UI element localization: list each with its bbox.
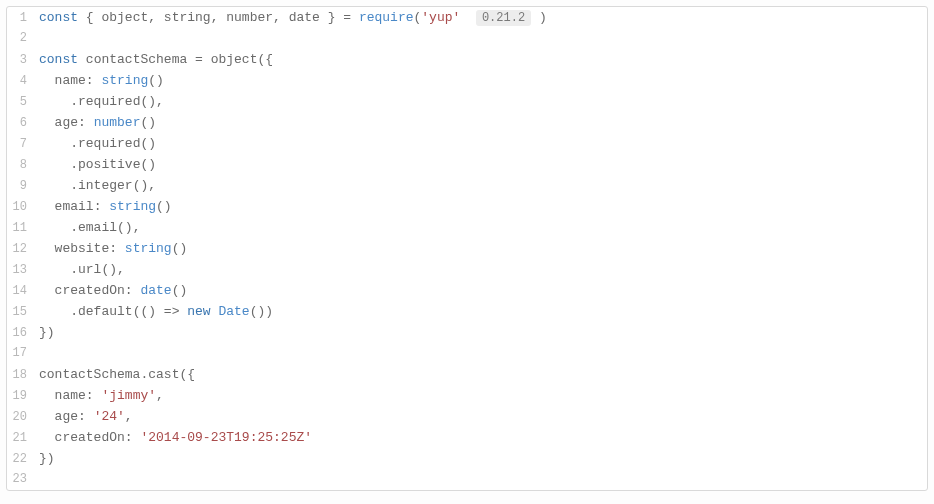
type-call: number xyxy=(94,115,141,130)
code-content: }) xyxy=(35,448,55,469)
line-number: 10 xyxy=(7,197,35,218)
type-call: string xyxy=(125,241,172,256)
method-call: .required() xyxy=(70,136,156,151)
code-line: 15 .default(() => new Date()) xyxy=(7,301,927,322)
code-line: 8 .positive() xyxy=(7,154,927,175)
code-content: contactSchema.cast({ xyxy=(35,364,195,385)
field-key: age xyxy=(55,115,78,130)
keyword-new: new xyxy=(187,304,210,319)
line-number: 11 xyxy=(7,218,35,239)
line-number: 1 xyxy=(7,8,35,29)
method-call: .url(), xyxy=(70,262,125,277)
code-line: 12 website: string() xyxy=(7,238,927,259)
method-call: .integer(), xyxy=(70,178,156,193)
code-line: 10 email: string() xyxy=(7,196,927,217)
code-editor: 1 const { object, string, number, date }… xyxy=(6,6,928,491)
type-call: string xyxy=(101,73,148,88)
code-content: .url(), xyxy=(35,259,125,280)
field-key: website xyxy=(55,241,110,256)
code-line: 4 name: string() xyxy=(7,70,927,91)
object-open: object({ xyxy=(211,52,273,67)
string-literal: 'jimmy' xyxy=(101,388,156,403)
line-number: 12 xyxy=(7,239,35,260)
code-line: 6 age: number() xyxy=(7,112,927,133)
code-line: 3 const contactSchema = object({ xyxy=(7,49,927,70)
line-number: 19 xyxy=(7,386,35,407)
line-number: 16 xyxy=(7,323,35,344)
code-content: age: number() xyxy=(35,112,156,133)
code-line: 1 const { object, string, number, date }… xyxy=(7,7,927,28)
code-content: age: '24', xyxy=(35,406,133,427)
line-number: 18 xyxy=(7,365,35,386)
field-key: createdOn xyxy=(55,430,125,445)
line-number: 20 xyxy=(7,407,35,428)
code-content: .default(() => new Date()) xyxy=(35,301,273,322)
line-number: 6 xyxy=(7,113,35,134)
string-literal: '2014-09-23T19:25:25Z' xyxy=(140,430,312,445)
code-line: 7 .required() xyxy=(7,133,927,154)
destructure: { object, string, number, date } xyxy=(86,10,336,25)
code-line: 20 age: '24', xyxy=(7,406,927,427)
field-key: name xyxy=(55,388,86,403)
code-line: 9 .integer(), xyxy=(7,175,927,196)
line-number: 23 xyxy=(7,469,35,490)
code-line: 14 createdOn: date() xyxy=(7,280,927,301)
line-number: 5 xyxy=(7,92,35,113)
code-line: 2 xyxy=(7,28,927,49)
code-content: .positive() xyxy=(35,154,156,175)
code-line: 11 .email(), xyxy=(7,217,927,238)
line-number: 8 xyxy=(7,155,35,176)
line-number: 2 xyxy=(7,28,35,49)
code-content: name: 'jimmy', xyxy=(35,385,164,406)
keyword-const: const xyxy=(39,10,78,25)
code-content: website: string() xyxy=(35,238,187,259)
code-content: .email(), xyxy=(35,217,140,238)
require-call: require xyxy=(359,10,414,25)
code-line: 19 name: 'jimmy', xyxy=(7,385,927,406)
method-close: ()) xyxy=(250,304,273,319)
code-content: .required(), xyxy=(35,91,164,112)
method-call: .required(), xyxy=(70,94,164,109)
line-number: 4 xyxy=(7,71,35,92)
cast-call: .cast({ xyxy=(140,367,195,382)
code-content: createdOn: '2014-09-23T19:25:25Z' xyxy=(35,427,312,448)
line-number: 17 xyxy=(7,343,35,364)
type-call: string xyxy=(109,199,156,214)
field-key: age xyxy=(55,409,78,424)
code-line: 13 .url(), xyxy=(7,259,927,280)
code-line: 18 contactSchema.cast({ xyxy=(7,364,927,385)
code-content: email: string() xyxy=(35,196,172,217)
identifier: contactSchema xyxy=(86,52,187,67)
field-key: createdOn xyxy=(55,283,125,298)
line-number: 15 xyxy=(7,302,35,323)
code-content: const contactSchema = object({ xyxy=(35,49,273,70)
code-line: 23 xyxy=(7,469,927,490)
field-key: name xyxy=(55,73,86,88)
code-line: 16 }) xyxy=(7,322,927,343)
keyword-const: const xyxy=(39,52,78,67)
code-content: .required() xyxy=(35,133,156,154)
code-line: 21 createdOn: '2014-09-23T19:25:25Z' xyxy=(7,427,927,448)
code-content: name: string() xyxy=(35,70,164,91)
identifier: contactSchema xyxy=(39,367,140,382)
ctor-call: Date xyxy=(218,304,249,319)
line-number: 3 xyxy=(7,50,35,71)
string-literal: 'yup' xyxy=(421,10,460,25)
field-key: email xyxy=(55,199,94,214)
code-content: createdOn: date() xyxy=(35,280,187,301)
line-number: 22 xyxy=(7,449,35,470)
close-brace: }) xyxy=(39,451,55,466)
method-call: .email(), xyxy=(70,220,140,235)
string-literal: '24' xyxy=(94,409,125,424)
line-number: 13 xyxy=(7,260,35,281)
line-number: 14 xyxy=(7,281,35,302)
line-number: 21 xyxy=(7,428,35,449)
line-number: 7 xyxy=(7,134,35,155)
close-brace: }) xyxy=(39,325,55,340)
code-line: 5 .required(), xyxy=(7,91,927,112)
code-line: 17 xyxy=(7,343,927,364)
line-number: 9 xyxy=(7,176,35,197)
version-badge[interactable]: 0.21.2 xyxy=(476,10,531,26)
type-call: date xyxy=(140,283,171,298)
code-line: 22 }) xyxy=(7,448,927,469)
